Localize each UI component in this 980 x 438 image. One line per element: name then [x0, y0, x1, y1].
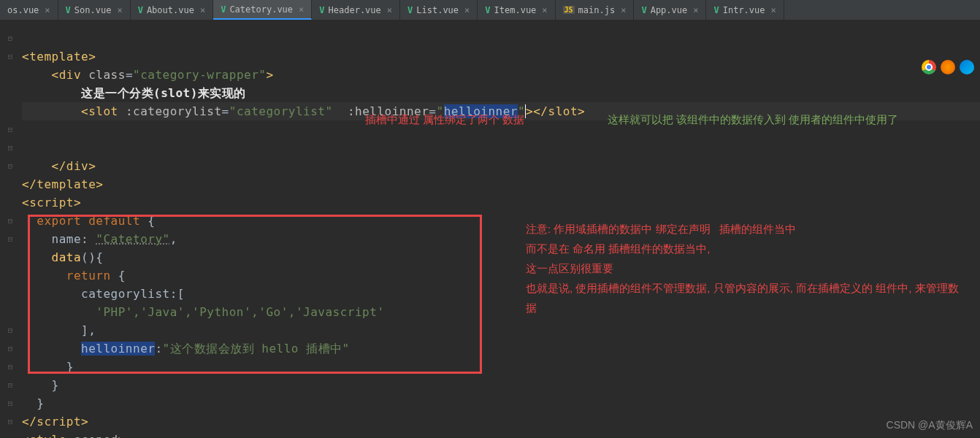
- tab-son[interactable]: VSon.vue×: [58, 0, 131, 20]
- browser-icons: [922, 60, 974, 74]
- tab-app[interactable]: VApp.vue×: [634, 0, 706, 20]
- tab-label: Item.vue: [494, 5, 537, 15]
- tab-catetory[interactable]: VCatetory.vue×: [213, 0, 312, 20]
- tab-about[interactable]: VAbout.vue×: [131, 0, 214, 20]
- annotation-red-1: 插槽中通过 属性绑定了两个 数据: [365, 110, 524, 129]
- tab-label: Catetory.vue: [229, 4, 293, 15]
- tab-os[interactable]: os.vue×: [0, 0, 58, 20]
- tab-label: List.vue: [416, 5, 459, 15]
- tab-label: main.js: [578, 5, 616, 15]
- vue-icon: V: [66, 5, 71, 15]
- tag-template: template: [29, 50, 88, 64]
- vue-icon: V: [221, 4, 226, 15]
- tab-label: Header.vue: [329, 5, 381, 15]
- vue-icon: V: [713, 5, 719, 15]
- close-icon[interactable]: ×: [299, 4, 304, 15]
- property-name: helloinner: [81, 342, 155, 356]
- vue-icon: V: [641, 5, 646, 15]
- vue-icon: V: [485, 5, 490, 15]
- tab-item[interactable]: VItem.vue×: [478, 0, 555, 20]
- close-icon[interactable]: ×: [117, 5, 122, 15]
- close-icon[interactable]: ×: [542, 5, 547, 15]
- tab-label: Intr.vue: [723, 5, 765, 15]
- chrome-icon[interactable]: [922, 60, 936, 74]
- tab-header[interactable]: VHeader.vue×: [312, 0, 400, 20]
- vue-icon: V: [138, 5, 143, 15]
- js-icon: JS: [563, 6, 575, 14]
- tab-label: About.vue: [147, 5, 194, 15]
- tab-main[interactable]: JSmain.js×: [556, 0, 635, 20]
- tab-list[interactable]: VList.vue×: [400, 0, 478, 20]
- close-icon[interactable]: ×: [45, 5, 50, 15]
- vue-icon: V: [407, 5, 413, 15]
- close-icon[interactable]: ×: [387, 5, 392, 15]
- close-icon[interactable]: ×: [621, 5, 626, 15]
- watermark: CSDN @A黄俊辉A: [887, 419, 973, 432]
- close-icon[interactable]: ×: [693, 5, 698, 15]
- annotation-red-2: 注意: 作用域插槽的数据中 绑定在声明 插槽的组件当中 而不是在 命名用 插槽组…: [526, 219, 964, 318]
- close-icon[interactable]: ×: [771, 5, 776, 15]
- tab-label: os.vue: [7, 5, 39, 15]
- tab-label: Son.vue: [74, 5, 112, 15]
- vue-icon: V: [319, 5, 324, 15]
- fold-gutter: ⊟⊟⊟⊟⊟⊟⊟⊟⊟⊟⊟⊟⊟: [0, 29, 20, 431]
- text-line: 这是一个分类(slot)来实现的: [81, 86, 246, 100]
- tab-intr[interactable]: VIntr.vue×: [706, 0, 784, 20]
- tab-label: App.vue: [651, 5, 688, 15]
- close-icon[interactable]: ×: [464, 5, 470, 15]
- edge-icon[interactable]: [960, 60, 974, 74]
- firefox-icon[interactable]: [941, 60, 955, 74]
- close-icon[interactable]: ×: [200, 5, 205, 15]
- annotation-green-1: 这样就可以把 该组件中的数据传入到 使用者的组件中使用了: [608, 110, 965, 129]
- tab-bar: os.vue× VSon.vue× VAbout.vue× VCatetory.…: [0, 0, 980, 20]
